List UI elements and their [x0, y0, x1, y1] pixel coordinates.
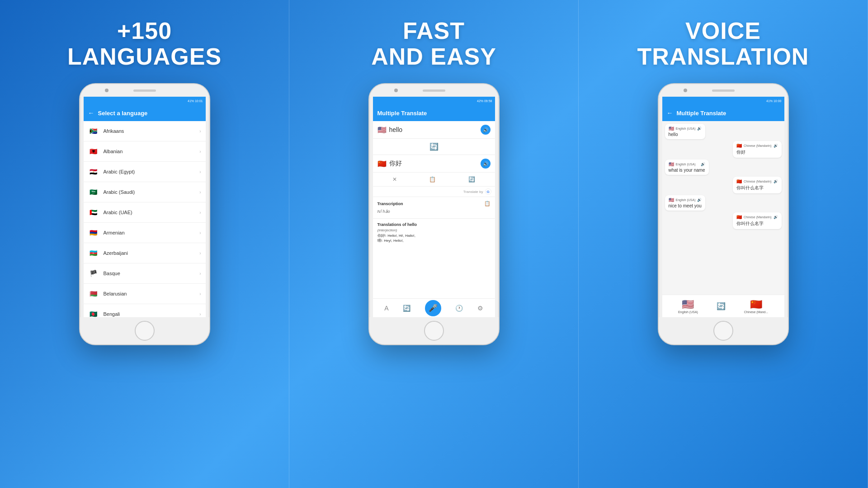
back-icon-1[interactable]: ← — [88, 109, 94, 117]
phone-2-app-header: Multiple Translate — [373, 105, 495, 121]
lang-item[interactable]: 🇦🇪 Arabic (UAE) › — [84, 202, 206, 223]
lang-item[interactable]: 🇦🇿 Azerbaijani › — [84, 243, 206, 263]
bubble-header: 🇨🇳 Chinese (Mandarin) 🔊 — [736, 215, 778, 220]
bubble-volume-icon[interactable]: 🔊 — [774, 144, 778, 148]
lang-name: Afrikaans — [104, 128, 200, 134]
lang-flag: 🇦🇱 — [88, 146, 99, 157]
phone-2-header-title: Multiple Translate — [377, 110, 427, 117]
chat-bubble: 🇺🇸 English (USA) 🔊 what is your name — [665, 160, 709, 175]
bubble-header: 🇺🇸 English (USA) 🔊 — [669, 162, 705, 167]
copy-transcription-icon[interactable]: 📋 — [484, 201, 491, 206]
history-btn[interactable]: 🕐 — [455, 305, 463, 312]
phone-3-app-header: ← Multiple Translate — [662, 105, 784, 121]
lang-item[interactable]: 🇦🇱 Albanian › — [84, 141, 206, 162]
language-list: 🇿🇦 Afrikaans › 🇦🇱 Albanian › 🇪🇬 Arabic (… — [84, 121, 206, 317]
lang-flag: 🇧🇾 — [88, 288, 99, 299]
bubble-text: 你叫什么名字 — [736, 185, 778, 191]
home-button-2[interactable] — [424, 321, 444, 341]
title-line2-2: AND EASY — [371, 44, 496, 70]
lang-item[interactable]: 🇿🇦 Afrikaans › — [84, 121, 206, 141]
bubble-header: 🇺🇸 English (USA) 🔊 — [669, 197, 702, 202]
bottom-toolbar-2: A 🔄 🎤 🕐 ⚙ — [373, 298, 495, 317]
bubble-flag: 🇺🇸 — [669, 197, 674, 202]
panel-2-title: FAST AND EASY — [371, 18, 496, 70]
phone-1-status-bar: 41% 10:01 — [84, 97, 206, 105]
lang-item[interactable]: 🇧🇾 Belarusian › — [84, 284, 206, 304]
swap-lang-icon[interactable]: 🔄 — [717, 302, 726, 310]
lang-name: Basque — [104, 271, 200, 276]
volume-btn-output[interactable]: 🔊 — [481, 159, 491, 169]
bubble-volume-icon[interactable]: 🔊 — [697, 127, 702, 131]
panel-fast-easy: FAST AND EASY 42% 09:58 Multiple Transla… — [289, 0, 579, 488]
back-icon-3[interactable]: ← — [667, 109, 673, 117]
phone-2-speaker — [423, 89, 445, 92]
bubble-flag: 🇨🇳 — [736, 215, 742, 220]
chevron-right-icon: › — [199, 210, 201, 215]
swap-btn[interactable]: 🔄 — [403, 305, 410, 312]
lang-name: Azerbaijani — [104, 250, 200, 256]
bubble-header: 🇨🇳 Chinese (Mandarin) 🔊 — [736, 143, 778, 148]
title-line1-2: FAST — [371, 18, 496, 44]
chat-bottom-bar: 🇺🇸 English (USA) 🔄 🇨🇳 Chinese (Mand... — [662, 295, 784, 317]
bubble-lang: English (USA) — [676, 127, 696, 130]
home-button-3[interactable] — [713, 321, 733, 341]
lang-flag: 🇦🇲 — [88, 227, 99, 238]
lang-left-label: English (USA) — [678, 310, 698, 314]
text-mode-btn[interactable]: A — [384, 305, 388, 312]
translate-output-box: 🇨🇳 你好 🔊 — [373, 155, 495, 173]
transcription-text: Nǐ hǎo — [377, 209, 390, 214]
translations-category: (interjection) — [377, 228, 491, 232]
chevron-right-icon: › — [199, 291, 201, 296]
panel-voice-translation: VOICE TRANSLATION 41% 10:00 ← Multiple T… — [579, 0, 868, 488]
phone-1-app-header: ← Select a language — [84, 105, 206, 121]
translations-line1: 你好!: Hello!, Hi!, Hallo!, — [377, 233, 491, 238]
phone-2: 42% 09:58 Multiple Translate 🇺🇸 hello 🔊 … — [368, 83, 500, 345]
bubble-volume-icon[interactable]: 🔊 — [701, 162, 705, 166]
translate-input-box: 🇺🇸 hello 🔊 — [373, 121, 495, 139]
phone-3-status-bar: 41% 10:00 — [662, 97, 784, 105]
output-text: 你好 — [389, 160, 402, 168]
phone-3-camera — [684, 89, 687, 92]
lang-name: Armenian — [104, 230, 200, 235]
phone-3-bottom — [659, 317, 788, 344]
refresh-cycle-icon[interactable]: 🔄 — [429, 142, 439, 151]
lang-name: Bengali — [104, 311, 200, 317]
title-line2-3: TRANSLATION — [637, 44, 809, 70]
phone-2-bottom — [369, 317, 499, 344]
lang-item[interactable]: 🇦🇲 Armenian › — [84, 223, 206, 243]
title-line2: LANGUAGES — [67, 44, 222, 70]
phone-3-top — [659, 84, 788, 97]
bubble-text: 你叫什么名字 — [736, 221, 778, 227]
bubble-text: what is your name — [669, 168, 705, 173]
transcription-box: Transcription 📋 Nǐ hǎo — [373, 197, 495, 219]
lang-item[interactable]: 🇪🇬 Arabic (Egypt) › — [84, 162, 206, 182]
lang-item[interactable]: 🇧🇩 Bengali › — [84, 304, 206, 317]
bubble-volume-icon[interactable]: 🔊 — [774, 179, 778, 183]
mic-main-btn[interactable]: 🎤 — [425, 300, 441, 316]
phone-1-speaker — [133, 89, 156, 92]
phone-2-top — [369, 84, 499, 97]
bubble-header: 🇨🇳 Chinese (Mandarin) 🔊 — [736, 179, 778, 184]
lang-name: Arabic (Egypt) — [104, 169, 200, 174]
copy-action-icon[interactable]: 📋 — [429, 176, 436, 183]
translations-of-label: Translations of hello — [377, 222, 491, 227]
bubble-volume-icon[interactable]: 🔊 — [697, 198, 702, 202]
output-row: 🇨🇳 你好 — [377, 160, 402, 168]
panel-1-title: +150 LANGUAGES — [67, 18, 222, 70]
phone-3-screen: 41% 10:00 ← Multiple Translate 🇺🇸 Englis… — [662, 97, 784, 317]
close-action-icon[interactable]: ✕ — [392, 176, 397, 183]
lang-item[interactable]: 🏴 Basque › — [84, 263, 206, 284]
phone-2-status-bar: 42% 09:58 — [373, 97, 495, 105]
bubble-volume-icon[interactable]: 🔊 — [774, 215, 778, 219]
lang-flag: 🇪🇬 — [88, 166, 99, 177]
chat-area: 🇺🇸 English (USA) 🔊 hello 🇨🇳 Chinese (Man… — [662, 121, 784, 295]
translate-by-text: Translate by — [463, 190, 483, 194]
home-button-1[interactable] — [135, 321, 155, 341]
refresh-action-icon[interactable]: 🔄 — [468, 176, 475, 183]
google-logo: G — [485, 188, 491, 195]
lang-item[interactable]: 🇸🇦 Arabic (Saudi) › — [84, 182, 206, 202]
status-text-3: 41% 10:00 — [766, 99, 781, 103]
volume-btn-input[interactable]: 🔊 — [481, 125, 491, 135]
bubble-flag: 🇨🇳 — [736, 143, 742, 148]
settings-btn[interactable]: ⚙ — [477, 305, 483, 312]
